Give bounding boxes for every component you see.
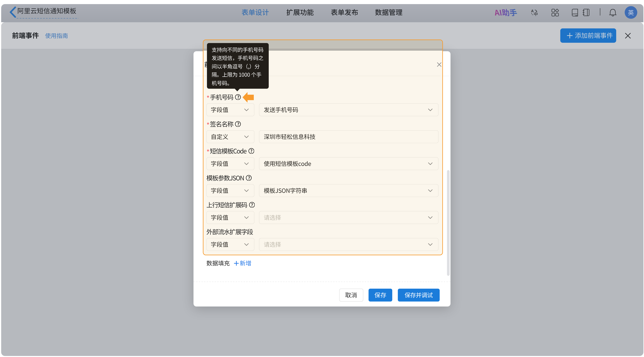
svg-text:A: A xyxy=(531,9,534,13)
